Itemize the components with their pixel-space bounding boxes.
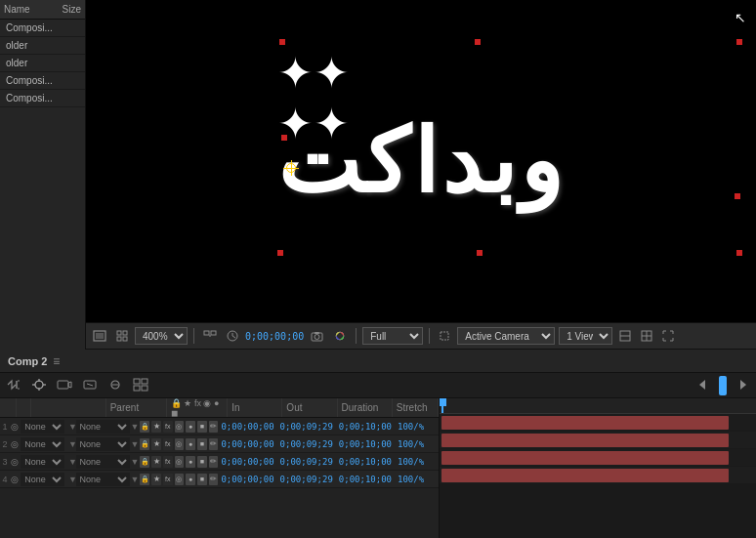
layer-parent-val-1[interactable]: None	[76, 420, 130, 434]
layer-icon-fx-1[interactable]: fx	[163, 421, 173, 433]
comp-view-btn[interactable]	[90, 328, 109, 344]
handle-tr[interactable]	[736, 39, 742, 45]
layer-name-2[interactable]: None ▼	[19, 437, 75, 451]
tl-grid-view-btn[interactable]	[131, 376, 150, 395]
layer-icon-lock-1[interactable]: 🔒	[140, 421, 149, 433]
layer-icon-pen-2[interactable]: ✏	[209, 438, 219, 450]
tl-solo-btn[interactable]	[29, 376, 49, 395]
layer-parent-select-3[interactable]: None	[21, 455, 64, 469]
layer-stretch-2: 100/%	[395, 439, 439, 449]
zoom-select[interactable]: 400% 200% 100% 50%	[135, 327, 188, 345]
layer-parent-val-4[interactable]: None	[76, 473, 130, 486]
left-panel-item-1[interactable]: Composi...	[0, 20, 85, 37]
timecode-display[interactable]	[224, 328, 241, 344]
tl-offset-tool[interactable]	[4, 376, 23, 395]
layer-out-2: 0;00;09;29	[277, 439, 336, 449]
tl-camera-btn[interactable]	[55, 376, 74, 395]
track-bar-1[interactable]	[441, 416, 729, 430]
layer-parent-select-1[interactable]: None	[21, 420, 64, 434]
layer-parent-select-4[interactable]: None	[21, 473, 64, 486]
layer-parent-select-2[interactable]: None	[21, 437, 64, 451]
fit-to-frame-btn[interactable]	[200, 328, 220, 344]
left-panel-item-4[interactable]: Composi...	[0, 72, 85, 90]
handle-tl[interactable]	[279, 39, 285, 45]
layer-out-4: 0;00;09;29	[277, 475, 336, 484]
handle-bm[interactable]	[477, 250, 483, 256]
layer-icon-lock-3[interactable]: 🔒	[140, 456, 149, 468]
layer-icon-circ-3[interactable]: ◎	[175, 456, 185, 468]
camera-select[interactable]: Active Camera Camera 1	[457, 327, 555, 345]
layer-icon-pen-4[interactable]: ✏	[209, 474, 219, 485]
layer-icon-sq-3[interactable]: ■	[197, 456, 207, 468]
col-icons-header: 🔒 ★ fx ◉ ● ◼	[167, 398, 228, 417]
layer-icon-sq-2[interactable]: ■	[197, 438, 207, 450]
layer-icon-circ-4[interactable]: ◎	[175, 474, 185, 485]
layer-icons-4: 🔒 ★ fx ◎ ● ■ ✏	[140, 474, 218, 485]
tl-null-btn[interactable]	[80, 376, 100, 395]
layer-icon-star-1[interactable]: ★	[151, 421, 161, 433]
layer-icon-dot-4[interactable]: ●	[186, 474, 195, 485]
svg-marker-41	[740, 380, 746, 390]
layer-icon-fx-3[interactable]: fx	[163, 456, 173, 468]
tl-keyframe-prev[interactable]	[693, 376, 711, 395]
track-bar-2[interactable]	[441, 434, 729, 447]
svg-line-11	[232, 336, 235, 338]
comp-menu-icon[interactable]: ≡	[53, 354, 60, 368]
layer-icon-dot-2[interactable]: ●	[186, 438, 195, 450]
layer-eye-1[interactable]: ◎	[10, 422, 19, 432]
layer-eye-3[interactable]: ◎	[10, 457, 19, 467]
layer-name-3[interactable]: None ▼	[19, 455, 75, 469]
layer-eye-2[interactable]: ◎	[10, 439, 19, 449]
svg-point-25	[35, 381, 43, 389]
layer-icon-star-2[interactable]: ★	[151, 438, 161, 450]
left-panel-item-5[interactable]: Composi...	[0, 90, 85, 107]
handle-bl[interactable]	[277, 250, 283, 256]
tl-needle[interactable]	[441, 398, 443, 413]
layer-num-1: 1	[0, 422, 10, 432]
snapshot-btn[interactable]	[308, 329, 326, 344]
layer-icon-dot-1[interactable]: ●	[186, 421, 195, 433]
left-panel-item-2[interactable]: older	[0, 37, 85, 55]
layer-in-2: 0;00;00;00	[218, 439, 276, 449]
svg-rect-3	[123, 331, 127, 335]
layer-icon-fx-4[interactable]: fx	[163, 474, 173, 485]
layer-parent-val-3[interactable]: None	[76, 455, 130, 469]
color-wheel-btn[interactable]	[330, 328, 350, 344]
svg-rect-5	[123, 337, 127, 341]
track-bar-3[interactable]	[441, 451, 729, 465]
layer-name-4[interactable]: None ▼	[19, 473, 75, 486]
layer-icon-lock-2[interactable]: 🔒	[140, 438, 149, 450]
full-screen-btn[interactable]	[659, 328, 677, 344]
layer-icon-sq-4[interactable]: ■	[197, 474, 207, 485]
handle-mr[interactable]	[735, 193, 740, 199]
layer-icon-circ-1[interactable]: ◎	[175, 421, 185, 433]
layer-parent-val-2[interactable]: None	[76, 437, 130, 451]
grid-btn[interactable]	[113, 328, 131, 344]
layer-icon-circ-2[interactable]: ◎	[175, 438, 185, 450]
track-bar-4[interactable]	[441, 469, 729, 482]
view-layout-btn-2[interactable]	[638, 328, 655, 344]
handle-ml[interactable]	[281, 135, 287, 141]
view-layout-btn-1[interactable]	[616, 328, 634, 344]
layer-icon-dot-3[interactable]: ●	[186, 456, 195, 468]
timecode-value: 0;00;00;00	[245, 331, 304, 342]
handle-tc[interactable]	[475, 39, 481, 45]
layer-icon-pen-3[interactable]: ✏	[209, 456, 219, 468]
tl-adjustment-btn[interactable]	[105, 376, 125, 395]
left-panel-item-3[interactable]: older	[0, 55, 85, 72]
layer-icon-star-3[interactable]: ★	[151, 456, 161, 468]
handle-br[interactable]	[736, 250, 742, 256]
layer-icon-pen-1[interactable]: ✏	[209, 421, 219, 433]
layer-icon-fx-2[interactable]: fx	[163, 438, 173, 450]
col-out-header: Out	[282, 398, 337, 417]
layer-icon-sq-1[interactable]: ■	[197, 421, 207, 433]
region-of-interest-btn[interactable]	[436, 328, 453, 344]
view-select[interactable]: 1 View 2 Views 4 Views	[559, 327, 612, 345]
layer-in-3: 0;00;00;00	[218, 457, 276, 467]
layer-eye-4[interactable]: ◎	[10, 475, 19, 484]
layer-name-1[interactable]: None ▼	[19, 420, 75, 434]
quality-select[interactable]: Full Half Third Quarter	[362, 327, 423, 345]
layer-icon-star-4[interactable]: ★	[151, 474, 161, 485]
tl-keyframe-next[interactable]	[735, 376, 752, 395]
layer-icon-lock-4[interactable]: 🔒	[140, 474, 149, 485]
